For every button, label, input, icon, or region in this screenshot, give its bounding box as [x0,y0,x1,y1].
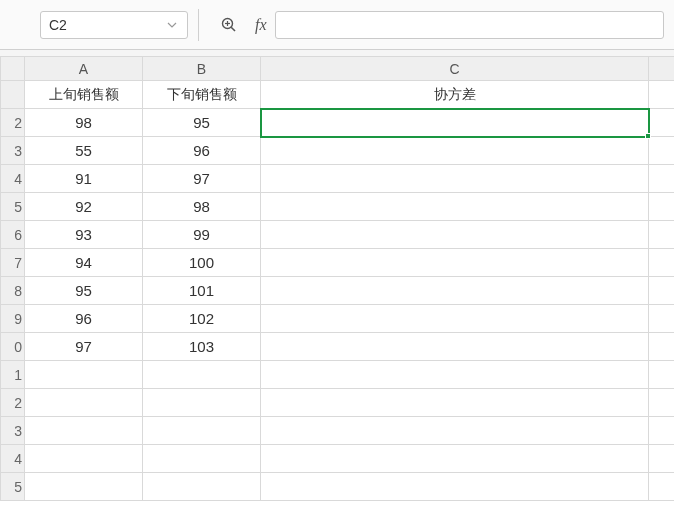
cell[interactable] [261,389,649,417]
row-header[interactable]: 4 [1,445,25,473]
row-header[interactable]: 1 [1,361,25,389]
row-header[interactable]: 5 [1,473,25,501]
cell[interactable] [649,137,675,165]
cell[interactable] [143,417,261,445]
cell[interactable] [649,193,675,221]
cell-B7[interactable]: 100 [143,249,261,277]
column-header-B[interactable]: B [143,57,261,81]
cell[interactable] [143,361,261,389]
cell-A2[interactable]: 98 [25,109,143,137]
cell[interactable] [649,445,675,473]
cell-B10[interactable]: 103 [143,333,261,361]
cell[interactable] [649,305,675,333]
row-header[interactable]: 2 [1,109,25,137]
cell-B1[interactable]: 下旬销售额 [143,81,261,109]
cell[interactable] [143,445,261,473]
cell[interactable] [261,361,649,389]
cell[interactable] [649,417,675,445]
cell-A10[interactable]: 97 [25,333,143,361]
cell-A3[interactable]: 55 [25,137,143,165]
cell-B8[interactable]: 101 [143,277,261,305]
row-header[interactable]: 4 [1,165,25,193]
cell-A9[interactable]: 96 [25,305,143,333]
cell-A4[interactable]: 91 [25,165,143,193]
cell-C1[interactable]: 协方差 [261,81,649,109]
cell-C4[interactable] [261,165,649,193]
cell[interactable] [143,389,261,417]
row-header[interactable] [1,81,25,109]
cell[interactable] [143,473,261,501]
row-header[interactable]: 0 [1,333,25,361]
cell[interactable] [649,81,675,109]
toolbar: C2 fx [0,0,674,50]
cell-C9[interactable] [261,305,649,333]
cell-C5[interactable] [261,193,649,221]
cell[interactable] [649,473,675,501]
column-header-C[interactable]: C [261,57,649,81]
cell-C3[interactable] [261,137,649,165]
row-header[interactable]: 8 [1,277,25,305]
cell[interactable] [649,249,675,277]
chevron-down-icon[interactable] [165,18,179,32]
cell-C8[interactable] [261,277,649,305]
cell-B5[interactable]: 98 [143,193,261,221]
name-box[interactable]: C2 [40,11,188,39]
fx-label: fx [255,16,267,34]
cell[interactable] [25,417,143,445]
toolbar-divider [198,9,199,41]
row-header[interactable]: 9 [1,305,25,333]
cell-B4[interactable]: 97 [143,165,261,193]
cell[interactable] [649,389,675,417]
cell-B3[interactable]: 96 [143,137,261,165]
cell-B2[interactable]: 95 [143,109,261,137]
row-header[interactable]: 3 [1,137,25,165]
cell-A7[interactable]: 94 [25,249,143,277]
column-header-next[interactable] [649,57,675,81]
row-header[interactable]: 3 [1,417,25,445]
cell-A6[interactable]: 93 [25,221,143,249]
cell-B9[interactable]: 102 [143,305,261,333]
row-header[interactable]: 2 [1,389,25,417]
cell-C2[interactable] [261,109,649,137]
cell[interactable] [649,109,675,137]
formula-bar-input[interactable] [275,11,664,39]
svg-line-1 [231,27,235,31]
cell-C6[interactable] [261,221,649,249]
column-header-A[interactable]: A [25,57,143,81]
cell[interactable] [649,333,675,361]
select-all-corner[interactable] [1,57,25,81]
namebox-wrapper: C2 [0,0,198,49]
cell[interactable] [25,473,143,501]
cell-A8[interactable]: 95 [25,277,143,305]
cell-A1[interactable]: 上旬销售额 [25,81,143,109]
row-header[interactable]: 5 [1,193,25,221]
cell[interactable] [25,445,143,473]
cell-C7[interactable] [261,249,649,277]
magnifier-icon[interactable] [219,15,239,35]
cell-A5[interactable]: 92 [25,193,143,221]
cell-B6[interactable]: 99 [143,221,261,249]
cell[interactable] [649,165,675,193]
name-box-value: C2 [49,17,67,33]
row-header[interactable]: 6 [1,221,25,249]
cell[interactable] [261,445,649,473]
cell[interactable] [261,473,649,501]
cell[interactable] [25,361,143,389]
cell-C10[interactable] [261,333,649,361]
cell[interactable] [649,277,675,305]
cell[interactable] [649,221,675,249]
cell[interactable] [649,361,675,389]
cell[interactable] [25,389,143,417]
spreadsheet-grid[interactable]: A B C 上旬销售额 下旬销售额 协方差 2 98 95 3 55 96 [0,56,674,530]
cell[interactable] [261,417,649,445]
row-header[interactable]: 7 [1,249,25,277]
